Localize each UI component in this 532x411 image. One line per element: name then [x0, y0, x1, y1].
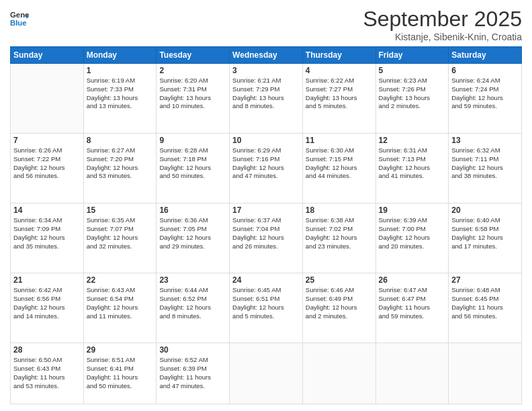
day-number: 27 — [451, 275, 519, 285]
calendar-cell: 15Sunrise: 6:35 AM Sunset: 7:07 PM Dayli… — [83, 203, 157, 273]
calendar-week-1: 7Sunrise: 6:26 AM Sunset: 7:22 PM Daylig… — [11, 134, 522, 203]
day-number: 25 — [306, 275, 373, 285]
day-info: Sunrise: 6:22 AM Sunset: 7:27 PM Dayligh… — [306, 77, 373, 111]
col-header-sunday: Sunday — [11, 47, 84, 64]
month-title: September 2025 — [363, 7, 522, 32]
day-number: 26 — [379, 275, 446, 285]
logo: General Blue — [10, 9, 29, 28]
calendar-cell: 20Sunrise: 6:40 AM Sunset: 6:58 PM Dayli… — [449, 203, 522, 273]
day-number: 30 — [159, 345, 226, 355]
day-info: Sunrise: 6:36 AM Sunset: 7:05 PM Dayligh… — [159, 216, 226, 250]
calendar-cell: 28Sunrise: 6:50 AM Sunset: 6:43 PM Dayli… — [11, 343, 84, 404]
day-info: Sunrise: 6:28 AM Sunset: 7:18 PM Dayligh… — [159, 146, 226, 181]
calendar-cell: 13Sunrise: 6:32 AM Sunset: 7:11 PM Dayli… — [449, 134, 522, 203]
calendar-cell: 24Sunrise: 6:45 AM Sunset: 6:51 PM Dayli… — [230, 273, 303, 343]
day-number: 29 — [87, 345, 154, 355]
calendar-table: SundayMondayTuesdayWednesdayThursdayFrid… — [10, 46, 522, 404]
calendar-cell: 17Sunrise: 6:37 AM Sunset: 7:04 PM Dayli… — [230, 203, 303, 273]
calendar-cell: 12Sunrise: 6:31 AM Sunset: 7:13 PM Dayli… — [375, 134, 449, 203]
day-number: 22 — [87, 275, 154, 285]
day-info: Sunrise: 6:46 AM Sunset: 6:49 PM Dayligh… — [306, 286, 373, 320]
calendar-week-0: 1Sunrise: 6:19 AM Sunset: 7:33 PM Daylig… — [11, 64, 522, 134]
calendar-cell: 10Sunrise: 6:29 AM Sunset: 7:16 PM Dayli… — [230, 134, 303, 203]
day-number: 3 — [232, 66, 300, 75]
day-number: 11 — [306, 136, 373, 145]
day-info: Sunrise: 6:34 AM Sunset: 7:09 PM Dayligh… — [13, 216, 81, 250]
day-info: Sunrise: 6:43 AM Sunset: 6:54 PM Dayligh… — [87, 286, 154, 320]
calendar-cell — [11, 64, 84, 134]
day-number: 10 — [232, 136, 300, 145]
day-number: 13 — [451, 136, 519, 145]
day-info: Sunrise: 6:38 AM Sunset: 7:02 PM Dayligh… — [306, 216, 373, 250]
calendar-cell: 8Sunrise: 6:27 AM Sunset: 7:20 PM Daylig… — [83, 134, 157, 203]
location-subtitle: Kistanje, Sibenik-Knin, Croatia — [363, 32, 522, 42]
day-number: 12 — [379, 136, 446, 145]
day-number: 17 — [232, 205, 300, 215]
day-number: 7 — [13, 136, 81, 145]
day-number: 14 — [13, 205, 81, 215]
calendar-cell — [230, 343, 303, 404]
calendar-cell: 9Sunrise: 6:28 AM Sunset: 7:18 PM Daylig… — [157, 134, 230, 203]
day-number: 2 — [159, 66, 226, 75]
day-number: 8 — [87, 136, 154, 145]
day-info: Sunrise: 6:35 AM Sunset: 7:07 PM Dayligh… — [87, 216, 154, 250]
calendar-cell — [375, 343, 449, 404]
day-number: 19 — [379, 205, 446, 215]
calendar-cell: 14Sunrise: 6:34 AM Sunset: 7:09 PM Dayli… — [11, 203, 84, 273]
day-info: Sunrise: 6:50 AM Sunset: 6:43 PM Dayligh… — [13, 356, 81, 390]
calendar-week-4: 28Sunrise: 6:50 AM Sunset: 6:43 PM Dayli… — [11, 343, 522, 404]
calendar-cell: 30Sunrise: 6:52 AM Sunset: 6:39 PM Dayli… — [157, 343, 230, 404]
day-number: 1 — [87, 66, 154, 75]
calendar-cell: 22Sunrise: 6:43 AM Sunset: 6:54 PM Dayli… — [83, 273, 157, 343]
day-info: Sunrise: 6:29 AM Sunset: 7:16 PM Dayligh… — [232, 146, 300, 181]
calendar-cell: 16Sunrise: 6:36 AM Sunset: 7:05 PM Dayli… — [157, 203, 230, 273]
calendar-cell: 11Sunrise: 6:30 AM Sunset: 7:15 PM Dayli… — [302, 134, 375, 203]
logo-icon: General Blue — [10, 9, 29, 28]
day-number: 4 — [306, 66, 373, 75]
calendar-cell: 27Sunrise: 6:48 AM Sunset: 6:45 PM Dayli… — [449, 273, 522, 343]
calendar-cell: 26Sunrise: 6:47 AM Sunset: 6:47 PM Dayli… — [375, 273, 449, 343]
calendar-cell: 2Sunrise: 6:20 AM Sunset: 7:31 PM Daylig… — [157, 64, 230, 134]
day-number: 21 — [13, 275, 81, 285]
col-header-thursday: Thursday — [302, 47, 375, 64]
svg-text:Blue: Blue — [10, 19, 27, 27]
calendar-cell: 5Sunrise: 6:23 AM Sunset: 7:26 PM Daylig… — [375, 64, 449, 134]
day-info: Sunrise: 6:26 AM Sunset: 7:22 PM Dayligh… — [13, 146, 81, 181]
calendar-cell: 23Sunrise: 6:44 AM Sunset: 6:52 PM Dayli… — [157, 273, 230, 343]
day-info: Sunrise: 6:24 AM Sunset: 7:24 PM Dayligh… — [451, 77, 519, 111]
calendar-cell: 25Sunrise: 6:46 AM Sunset: 6:49 PM Dayli… — [302, 273, 375, 343]
day-info: Sunrise: 6:39 AM Sunset: 7:00 PM Dayligh… — [379, 216, 446, 250]
day-info: Sunrise: 6:19 AM Sunset: 7:33 PM Dayligh… — [87, 77, 154, 111]
calendar-cell: 7Sunrise: 6:26 AM Sunset: 7:22 PM Daylig… — [11, 134, 84, 203]
calendar-week-3: 21Sunrise: 6:42 AM Sunset: 6:56 PM Dayli… — [11, 273, 522, 343]
col-header-wednesday: Wednesday — [230, 47, 303, 64]
col-header-friday: Friday — [375, 47, 449, 64]
day-info: Sunrise: 6:40 AM Sunset: 6:58 PM Dayligh… — [451, 216, 519, 250]
day-info: Sunrise: 6:37 AM Sunset: 7:04 PM Dayligh… — [232, 216, 300, 250]
title-block: September 2025 Kistanje, Sibenik-Knin, C… — [363, 7, 522, 42]
day-info: Sunrise: 6:32 AM Sunset: 7:11 PM Dayligh… — [451, 146, 519, 181]
header: General Blue September 2025 Kistanje, Si… — [10, 7, 522, 42]
day-number: 20 — [451, 205, 519, 215]
day-number: 28 — [13, 345, 81, 355]
day-number: 24 — [232, 275, 300, 285]
col-header-tuesday: Tuesday — [157, 47, 230, 64]
calendar-cell — [449, 343, 522, 404]
day-number: 9 — [159, 136, 226, 145]
col-header-monday: Monday — [83, 47, 157, 64]
calendar-cell: 21Sunrise: 6:42 AM Sunset: 6:56 PM Dayli… — [11, 273, 84, 343]
day-number: 16 — [159, 205, 226, 215]
day-info: Sunrise: 6:21 AM Sunset: 7:29 PM Dayligh… — [232, 77, 300, 111]
day-number: 6 — [451, 66, 519, 75]
day-info: Sunrise: 6:45 AM Sunset: 6:51 PM Dayligh… — [232, 286, 300, 320]
day-info: Sunrise: 6:47 AM Sunset: 6:47 PM Dayligh… — [379, 286, 446, 320]
day-info: Sunrise: 6:52 AM Sunset: 6:39 PM Dayligh… — [159, 356, 226, 390]
svg-text:General: General — [10, 11, 29, 19]
day-info: Sunrise: 6:30 AM Sunset: 7:15 PM Dayligh… — [306, 146, 373, 181]
calendar-cell — [302, 343, 375, 404]
day-number: 5 — [379, 66, 446, 75]
day-info: Sunrise: 6:51 AM Sunset: 6:41 PM Dayligh… — [87, 356, 154, 390]
day-info: Sunrise: 6:20 AM Sunset: 7:31 PM Dayligh… — [159, 77, 226, 111]
calendar-cell: 3Sunrise: 6:21 AM Sunset: 7:29 PM Daylig… — [230, 64, 303, 134]
day-info: Sunrise: 6:48 AM Sunset: 6:45 PM Dayligh… — [451, 286, 519, 320]
